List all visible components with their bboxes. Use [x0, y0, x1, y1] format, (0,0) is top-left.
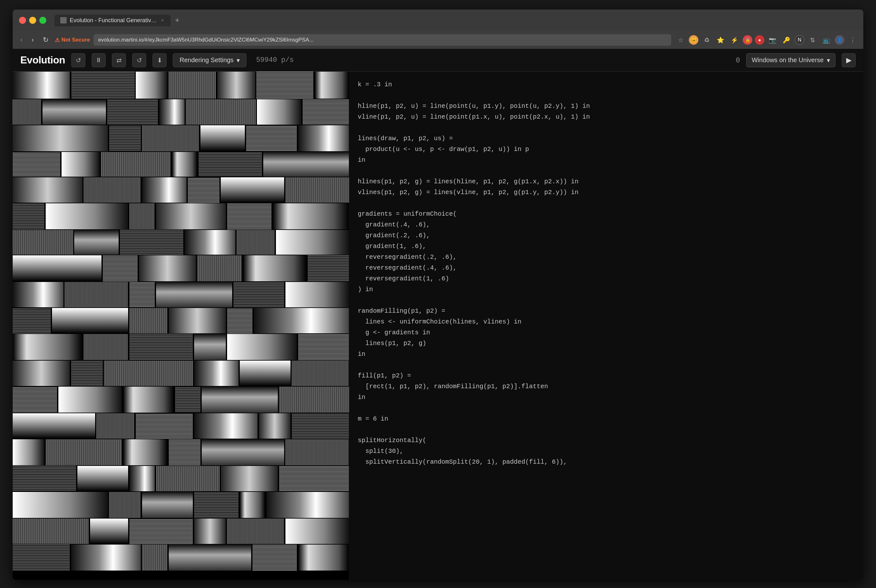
code-line: randomFilling(p1, p2) =	[358, 306, 854, 316]
bookmark-button[interactable]: ☆	[675, 34, 686, 46]
svg-rect-201	[238, 492, 240, 518]
svg-rect-34	[184, 99, 186, 124]
url-bar[interactable]: evolution.martini.io/#/eyJkcmF3aW5nU3Rhd…	[94, 34, 671, 46]
new-tab-button[interactable]: +	[171, 16, 184, 24]
svg-rect-81	[227, 203, 272, 229]
generative-art-canvas	[13, 72, 349, 573]
code-line	[358, 165, 854, 176]
svg-rect-111	[155, 282, 156, 308]
svg-rect-71	[284, 177, 285, 202]
svg-rect-197	[141, 492, 142, 518]
download-button[interactable]: ⬇	[153, 53, 166, 67]
tab-close-button[interactable]: ×	[160, 18, 165, 23]
svg-rect-117	[13, 308, 51, 333]
pause-button[interactable]: ⏸	[92, 53, 106, 67]
preset-dropdown[interactable]: Windows on the Universe ▾	[746, 53, 836, 67]
ext-arrows[interactable]: ⇅	[807, 34, 818, 46]
svg-rect-48	[246, 125, 297, 151]
svg-rect-151	[57, 387, 58, 412]
code-line	[358, 198, 854, 208]
reload-button[interactable]: ↺	[71, 53, 86, 67]
ext-star[interactable]: ⭐	[715, 34, 726, 46]
svg-rect-33	[159, 99, 184, 124]
ext-security[interactable]: 🔒	[743, 35, 752, 45]
svg-rect-79	[156, 203, 226, 229]
code-line: gradient(1, .6),	[358, 241, 854, 252]
svg-rect-75	[46, 203, 128, 229]
code-line: split(30),	[358, 446, 854, 457]
svg-rect-30	[106, 99, 107, 124]
svg-rect-112	[156, 282, 232, 308]
svg-rect-183	[13, 466, 76, 491]
tab-bar: Evolution - Functional Generativ… × +	[54, 15, 184, 26]
svg-rect-173	[44, 439, 46, 465]
svg-rect-61	[263, 152, 349, 177]
ext-key[interactable]: 🔑	[781, 34, 792, 46]
svg-rect-46	[201, 125, 245, 151]
svg-rect-108	[65, 282, 128, 308]
svg-rect-168	[258, 413, 259, 439]
svg-rect-221	[168, 544, 169, 570]
svg-rect-161	[13, 413, 95, 439]
next-button[interactable]: ▶	[842, 53, 856, 67]
svg-rect-135	[226, 334, 227, 360]
ext-lightning[interactable]: ⚡	[729, 34, 740, 46]
svg-rect-209	[129, 519, 193, 544]
svg-rect-155	[174, 387, 175, 412]
svg-rect-56	[171, 152, 172, 177]
active-tab[interactable]: Evolution - Functional Generativ… ×	[54, 15, 171, 26]
svg-rect-24	[256, 72, 314, 99]
ext-recycle[interactable]: ♻	[701, 34, 712, 46]
svg-rect-118	[51, 308, 52, 333]
refresh-button[interactable]: ↻	[40, 34, 51, 45]
shuffle-button[interactable]: ⇄	[112, 53, 126, 67]
svg-rect-196	[109, 492, 141, 518]
ext-n[interactable]: N	[795, 35, 804, 45]
svg-rect-63	[82, 177, 84, 202]
ext-camera[interactable]: 📷	[767, 34, 778, 46]
reset-button[interactable]: ↺	[132, 53, 146, 67]
forward-button[interactable]: ›	[29, 34, 36, 45]
svg-rect-214	[284, 519, 285, 544]
menu-button[interactable]: ⋮	[847, 34, 858, 46]
svg-rect-22	[217, 72, 255, 99]
svg-rect-148	[291, 361, 292, 386]
svg-rect-138	[298, 334, 349, 360]
svg-rect-40	[13, 125, 108, 151]
ext-cat[interactable]: 🐱	[689, 35, 698, 45]
svg-rect-52	[60, 152, 62, 177]
browser-toolbar: ‹ › ↻ ⚠ Not Secure evolution.martini.io/…	[13, 31, 863, 49]
svg-rect-76	[128, 203, 129, 229]
svg-rect-109	[128, 282, 129, 308]
ext-red[interactable]: ●	[755, 35, 764, 45]
svg-rect-144	[193, 361, 194, 386]
svg-rect-92	[237, 230, 274, 255]
svg-rect-134	[194, 334, 226, 360]
code-line: reversegradient(1, .6)	[358, 273, 854, 284]
svg-rect-212	[226, 519, 227, 544]
code-line: product(u <- us, p <- draw(p1, p2, u)) i…	[358, 144, 854, 155]
close-button[interactable]	[19, 17, 26, 24]
code-line: k = .3 in	[358, 79, 854, 90]
svg-rect-68	[188, 177, 219, 202]
svg-rect-65	[141, 177, 142, 202]
svg-rect-16	[71, 72, 135, 99]
rendering-settings-button[interactable]: Rendering Settings ▾	[173, 53, 246, 67]
maximize-button[interactable]	[39, 17, 46, 24]
svg-rect-205	[13, 519, 89, 544]
user-avatar[interactable]: 👤	[835, 35, 844, 45]
browser-window: Evolution - Functional Generativ… × + ‹ …	[13, 9, 863, 580]
ext-cast[interactable]: 📺	[821, 34, 832, 46]
svg-rect-37	[257, 99, 301, 124]
svg-rect-194	[13, 492, 108, 518]
svg-rect-124	[226, 308, 227, 333]
svg-rect-225	[297, 544, 298, 570]
svg-rect-35	[186, 99, 256, 124]
svg-rect-88	[120, 230, 183, 255]
back-button[interactable]: ‹	[18, 34, 25, 45]
minimize-button[interactable]	[29, 17, 36, 24]
code-line	[358, 295, 854, 306]
svg-rect-62	[13, 177, 82, 202]
svg-rect-157	[201, 387, 202, 412]
code-line: g <- gradients in	[358, 327, 854, 338]
